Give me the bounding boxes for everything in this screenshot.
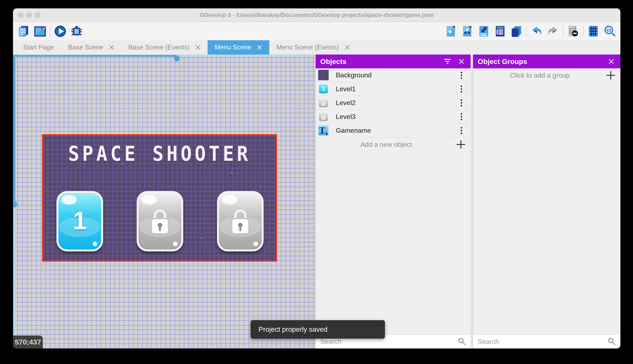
tab-close-icon[interactable] bbox=[257, 45, 262, 50]
object-row-level2[interactable]: Level2 bbox=[316, 96, 471, 110]
object-row-level1[interactable]: 1 Level1 bbox=[316, 82, 471, 96]
cursor-coordinates-badge: 570;437 bbox=[13, 336, 43, 348]
hscroll-thumb[interactable] bbox=[174, 56, 180, 61]
tab-close-icon[interactable] bbox=[195, 45, 200, 50]
groups-search-input[interactable] bbox=[473, 338, 607, 346]
objects-list-icon[interactable] bbox=[461, 25, 474, 38]
tab-label: Menu Scene bbox=[215, 44, 251, 51]
add-new-object-label: Add a new object bbox=[316, 141, 457, 148]
titlebar: GDevelop 5 - /Users/dkarakay/Documents/G… bbox=[13, 8, 620, 22]
vscroll-thumb[interactable] bbox=[13, 202, 17, 207]
objects-panel: Objects Background 1 Level1 Level2 bbox=[315, 54, 471, 348]
add-object-plus-icon[interactable] bbox=[457, 140, 465, 149]
object-menu-icon[interactable] bbox=[457, 71, 466, 79]
level1-button-object[interactable]: 1 bbox=[57, 191, 103, 252]
background-swatch-icon bbox=[318, 70, 329, 80]
redo-icon[interactable] bbox=[546, 25, 559, 38]
scene-canvas[interactable]: SPACE SHOOTER 1 570;437 bbox=[13, 54, 315, 348]
canvas-horizontal-scrollbar[interactable] bbox=[14, 55, 303, 57]
objects-search-input[interactable] bbox=[316, 338, 458, 346]
object-row-gamename[interactable]: Tx Gamename bbox=[316, 124, 471, 138]
tab-close-icon[interactable] bbox=[345, 45, 350, 50]
locked-button-icon bbox=[318, 111, 329, 122]
level3-locked-button-object[interactable] bbox=[217, 191, 264, 252]
lock-icon bbox=[147, 205, 173, 236]
tab-base-scene-events[interactable]: Base Scene (Events) bbox=[121, 40, 208, 54]
tab-label: Start Page bbox=[23, 44, 54, 51]
tab-menu-scene-events[interactable]: Menu Scene (Events) bbox=[269, 40, 357, 54]
tab-start-page[interactable]: Start Page bbox=[16, 40, 61, 54]
scene-title-text-object[interactable]: SPACE SHOOTER bbox=[43, 142, 276, 166]
content-area: SPACE SHOOTER 1 570;437 Objects bbox=[13, 54, 620, 348]
object-name: Level1 bbox=[336, 85, 457, 93]
add-new-object-row[interactable]: Add a new object bbox=[316, 138, 471, 152]
object-groups-title: Object Groups bbox=[478, 58, 606, 66]
object-row-background[interactable]: Background bbox=[316, 68, 471, 82]
tab-menu-scene[interactable]: Menu Scene bbox=[208, 40, 269, 54]
text-object-icon: Tx bbox=[318, 125, 329, 136]
add-group-label: Click to add a group bbox=[473, 72, 606, 79]
search-icon bbox=[607, 337, 616, 346]
locked-button-icon bbox=[318, 98, 329, 108]
search-icon bbox=[458, 337, 466, 346]
tab-close-icon[interactable] bbox=[109, 45, 114, 50]
object-groups-panel: Object Groups Click to add a group bbox=[473, 54, 620, 348]
render-mask-icon[interactable] bbox=[567, 25, 580, 38]
window-title: GDevelop 5 - /Users/dkarakay/Documents/G… bbox=[13, 8, 620, 22]
add-group-row[interactable]: Click to add a group bbox=[473, 68, 620, 82]
grid-icon[interactable] bbox=[587, 25, 600, 38]
add-group-plus-icon[interactable] bbox=[606, 71, 615, 80]
project-manager-icon[interactable] bbox=[17, 25, 30, 38]
edit-scene-properties-icon[interactable] bbox=[477, 25, 490, 38]
export-project-icon[interactable] bbox=[445, 25, 458, 38]
object-name: Background bbox=[336, 71, 457, 79]
toolbar-separator bbox=[563, 26, 563, 37]
object-groups-header: Object Groups bbox=[473, 54, 620, 68]
filter-icon[interactable] bbox=[443, 57, 452, 66]
play-icon[interactable] bbox=[54, 25, 67, 38]
objects-panel-title: Objects bbox=[320, 58, 443, 66]
objects-panel-header: Objects bbox=[316, 54, 471, 68]
tab-bar: Start Page Base Scene Base Scene (Events… bbox=[13, 40, 620, 54]
undo-icon[interactable] bbox=[530, 25, 543, 38]
tab-label: Menu Scene (Events) bbox=[276, 44, 339, 51]
zoom-one-to-one-icon[interactable]: 1:1 bbox=[603, 25, 616, 38]
object-name: Level3 bbox=[336, 113, 457, 120]
object-menu-icon[interactable] bbox=[457, 112, 466, 121]
debug-icon[interactable] bbox=[70, 25, 83, 38]
app-window: GDevelop 5 - /Users/dkarakay/Documents/G… bbox=[13, 8, 620, 348]
object-name: Level2 bbox=[336, 99, 457, 107]
canvas-vertical-scrollbar[interactable] bbox=[14, 55, 15, 348]
object-menu-icon[interactable] bbox=[457, 126, 466, 134]
main-toolbar: 1:1 bbox=[13, 22, 620, 40]
object-menu-icon[interactable] bbox=[457, 85, 466, 93]
objects-panel-close-icon[interactable] bbox=[457, 57, 466, 66]
scene-editor-icon[interactable] bbox=[34, 25, 47, 38]
tab-label: Base Scene (Events) bbox=[128, 44, 189, 51]
toolbar-separator bbox=[583, 26, 583, 37]
object-menu-icon[interactable] bbox=[457, 98, 466, 107]
tab-label: Base Scene bbox=[68, 44, 103, 51]
instances-list-icon[interactable] bbox=[494, 25, 507, 38]
toolbar-separator bbox=[50, 26, 50, 37]
button-1-icon: 1 bbox=[318, 84, 329, 94]
toolbar-separator bbox=[526, 26, 527, 37]
level2-locked-button-object[interactable] bbox=[137, 191, 183, 252]
object-name: Gamename bbox=[336, 127, 457, 134]
tab-base-scene[interactable]: Base Scene bbox=[61, 40, 121, 54]
object-row-level3[interactable]: Level3 bbox=[316, 110, 471, 124]
level1-number: 1 bbox=[58, 206, 101, 235]
layers-icon[interactable] bbox=[510, 25, 523, 38]
object-groups-close-icon[interactable] bbox=[606, 57, 616, 66]
save-toast: Project properly saved bbox=[251, 320, 385, 339]
scene-selection-rect[interactable]: SPACE SHOOTER 1 bbox=[42, 134, 277, 262]
groups-search-bar bbox=[473, 334, 620, 348]
lock-icon bbox=[228, 205, 253, 236]
zoom-ratio-label: 1:1 bbox=[606, 28, 611, 32]
